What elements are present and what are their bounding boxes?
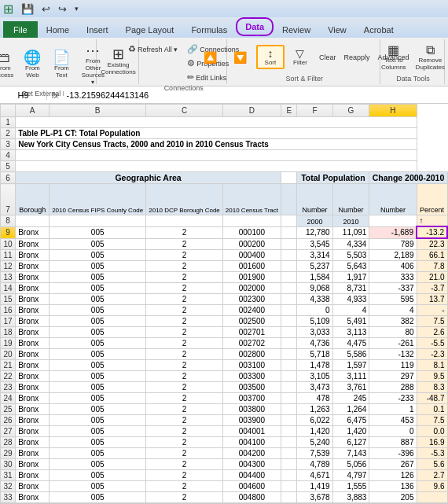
filter-btn[interactable]: ▽ Filter — [286, 46, 314, 68]
table-row: 24 Bronx 005 2 003700 478 245 -233 -48.7 — [1, 393, 448, 404]
table-row: 29 Bronx 005 2 004200 7,539 7,143 -396 -… — [1, 448, 448, 459]
table-row: 13 Bronx 005 2 001900 1,584 1,917 333 21… — [1, 272, 448, 283]
cell-g9[interactable]: 11,091 — [332, 226, 369, 238]
from-access-btn[interactable]: 🗃 FromAccess — [0, 48, 17, 81]
table-row: 11 Bronx 005 2 000400 3,314 5,503 2,189 … — [1, 250, 448, 261]
table-row: 33 Bronx 005 2 004800 3,678 3,883 205 — [1, 492, 448, 503]
reapply-btn[interactable]: Reapply — [340, 52, 373, 63]
table-row: 22 Bronx 005 2 003300 3,105 3,111 297 9.… — [1, 371, 448, 382]
row-header-2: 2 — [1, 128, 16, 139]
cell-fips-header[interactable]: 2010 Census FIPS County Code — [50, 184, 146, 215]
col-header-f[interactable]: F — [297, 105, 332, 117]
col-header-g[interactable]: G — [332, 105, 369, 117]
col-header-d[interactable]: D — [222, 105, 281, 117]
cell-2000-header[interactable]: Number — [297, 184, 332, 215]
cell-2010-header[interactable]: Number — [332, 184, 369, 215]
tab-insert[interactable]: Insert — [78, 21, 117, 38]
cell-pct-header[interactable]: Percent — [417, 184, 447, 215]
cell-change-num-header[interactable]: Number — [369, 184, 417, 215]
remove-duplicates-btn[interactable]: ⧉ RemoveDuplicates — [412, 42, 448, 73]
ribbon-tabs: File Home Insert Page Layout Formulas Da… — [0, 17, 448, 38]
col-header-a[interactable]: A — [16, 105, 50, 117]
table-row: 23 Bronx 005 2 003500 3,473 3,761 288 8.… — [1, 382, 448, 393]
sort-ascending-btn[interactable]: 🔼 — [196, 50, 225, 65]
cell-d8[interactable] — [222, 215, 281, 227]
cell-title1[interactable]: Table PL-P1 CT: Total Population — [16, 128, 417, 139]
table-row: 12 Bronx 005 2 001600 5,237 5,643 406 7.… — [1, 261, 448, 272]
cell-a4[interactable] — [16, 150, 417, 161]
col-header-e[interactable]: E — [281, 105, 297, 117]
tab-review[interactable]: Review — [274, 21, 319, 38]
table-row: 25 Bronx 005 2 003800 1,263 1,264 1 0.1 — [1, 404, 448, 415]
cell-e9[interactable] — [281, 226, 297, 238]
cell-h8[interactable]: ↑ — [417, 215, 447, 227]
cell-a5[interactable] — [16, 161, 417, 172]
clear-btn[interactable]: Clear — [316, 52, 340, 63]
get-external-data-group: 🗃 FromAccess 🌐 FromWeb 📄 FromText ⋯ From… — [3, 39, 97, 84]
cell-f9[interactable]: 12,780 — [297, 226, 332, 238]
tab-data[interactable]: Data — [236, 17, 274, 36]
table-row: 31 Bronx 005 2 004400 4,671 4,797 126 2.… — [1, 470, 448, 481]
cell-geographic-area[interactable]: Geographic Area — [16, 172, 281, 184]
table-row: 32 Bronx 005 2 004600 1,419 1,555 136 9.… — [1, 481, 448, 492]
cell-c8[interactable] — [146, 215, 223, 227]
quick-access-toolbar: ⊞ 💾 ↩ ↪ ▾ — [0, 0, 448, 17]
table-row: 20 Bronx 005 2 002800 5,718 5,586 -132 -… — [1, 349, 448, 360]
customize-qat-btn[interactable]: ▾ — [72, 3, 82, 14]
formula-input[interactable] — [64, 90, 448, 100]
row-header-4: 4 — [1, 150, 16, 161]
cell-title2[interactable]: New York City Census Tracts, 2000 and 20… — [16, 139, 417, 150]
cell-a1[interactable] — [16, 117, 417, 128]
undo-qat-btn[interactable]: ↩ — [39, 2, 53, 17]
tab-page-layout[interactable]: Page Layout — [117, 21, 183, 38]
cell-2000-year[interactable]: 2000 — [297, 215, 332, 227]
cell-reference-box[interactable]: H9 — [0, 90, 47, 100]
cell-total-pop[interactable]: Total Population — [297, 172, 369, 184]
col-header-b[interactable]: B — [50, 105, 146, 117]
cell-a8[interactable] — [16, 215, 50, 227]
cell-e6[interactable] — [281, 172, 297, 184]
ribbon-content: 🗃 FromAccess 🌐 FromWeb 📄 FromText ⋯ From… — [0, 38, 448, 86]
refresh-all-btn[interactable]: ♻ Refresh All ▾ — [125, 42, 181, 56]
cell-d9[interactable]: 000100 — [222, 226, 281, 238]
table-row: 15 Bronx 005 2 002300 4,338 4,933 595 13… — [1, 294, 448, 305]
col-header-c[interactable]: C — [146, 105, 223, 117]
excel-icon: ⊞ — [3, 2, 13, 17]
cell-borough-header[interactable]: Borough — [16, 184, 50, 215]
cell-2010-year[interactable]: 2010 — [332, 215, 369, 227]
from-web-btn[interactable]: 🌐 FromWeb — [18, 48, 46, 81]
tab-formulas[interactable]: Formulas — [182, 21, 236, 38]
sort-btn[interactable]: ↕ Sort — [256, 45, 285, 69]
row-header-8: 8 — [1, 215, 16, 227]
redo-qat-btn[interactable]: ↪ — [55, 2, 70, 17]
data-tools-group: ▦ Text toColumns ⧉ RemoveDuplicates Data… — [382, 39, 445, 84]
cell-a9[interactable]: Bronx — [16, 226, 50, 238]
cell-b9[interactable]: 005 — [50, 226, 146, 238]
table-row: 21 Bronx 005 2 003100 1,478 1,597 119 8.… — [1, 360, 448, 371]
spreadsheet: A B C D E F G H 1 2 Table PL-P1 CT: Tota… — [0, 104, 448, 503]
cell-change-header[interactable]: Change 2000-2010 — [369, 172, 447, 184]
cell-h9[interactable]: -13.2 — [417, 226, 447, 238]
text-to-columns-btn[interactable]: ▦ Text toColumns — [377, 42, 410, 73]
from-text-btn[interactable]: 📄 FromText — [47, 48, 75, 81]
row-header-1: 1 — [1, 117, 16, 128]
tab-home[interactable]: Home — [38, 21, 78, 38]
sort-descending-btn[interactable]: 🔽 — [226, 50, 255, 65]
cell-e8[interactable] — [281, 215, 297, 227]
tab-acrobat[interactable]: Acrobat — [355, 21, 402, 38]
col-header-h[interactable]: H — [369, 105, 417, 117]
table-row: 9 Bronx 005 2 000100 12,780 11,091 -1,68… — [1, 226, 448, 238]
table-row: 19 Bronx 005 2 002702 4,736 4,475 -261 -… — [1, 338, 448, 349]
cell-b8[interactable] — [50, 215, 146, 227]
data-tools-label: Data Tools — [396, 73, 429, 83]
tab-view[interactable]: View — [319, 21, 355, 38]
tab-file[interactable]: File — [3, 21, 38, 38]
save-qat-btn[interactable]: 💾 — [18, 2, 37, 17]
cell-c9[interactable]: 2 — [146, 226, 223, 238]
cell-g9-change[interactable]: -1,689 — [369, 226, 417, 238]
row-header-6: 6 — [1, 172, 16, 184]
cell-tract-header[interactable]: 2010 Census Tract — [222, 184, 281, 215]
cell-dcp-header[interactable]: 2010 DCP Borough Code — [146, 184, 223, 215]
cell-e7[interactable] — [281, 184, 297, 215]
cell-g8[interactable] — [369, 215, 417, 227]
